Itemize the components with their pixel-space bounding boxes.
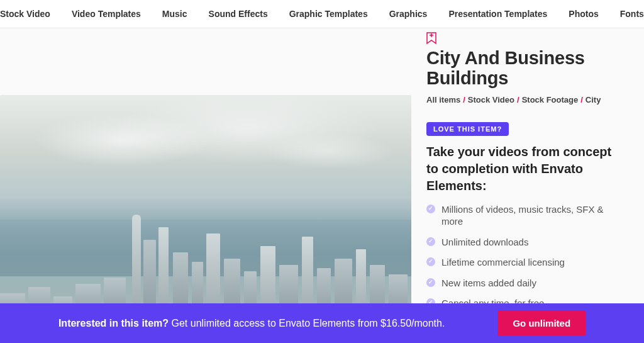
nav-presentation-templates[interactable]: Presentation Templates [448,9,547,19]
benefit-text: Millions of videos, music tracks, SFX & … [441,203,626,228]
check-icon [426,257,435,266]
breadcrumb-all-items[interactable]: All items [426,95,460,104]
breadcrumb-stock-footage[interactable]: Stock Footage [522,95,579,104]
top-nav: Stock Video Video Templates Music Sound … [0,0,644,28]
go-unlimited-button[interactable]: Go unlimited [497,310,586,336]
benefit-item: Millions of videos, music tracks, SFX & … [426,203,626,228]
nav-photos[interactable]: Photos [569,9,598,19]
benefit-item: Lifetime commercial licensing [426,256,626,269]
breadcrumb-city[interactable]: City [586,95,601,104]
bookmark-icon[interactable] [426,32,436,45]
benefit-text: New items added daily [441,277,536,290]
nav-graphic-templates[interactable]: Graphic Templates [289,9,368,19]
preview-image[interactable] [0,95,411,322]
benefit-text: Unlimited downloads [441,236,528,249]
benefit-text: Lifetime commercial licensing [441,256,565,269]
banner-text: Interested in this item? Get unlimited a… [58,318,445,329]
love-this-item-badge: LOVE THIS ITEM? [426,122,509,136]
item-title: City And Business Buildings [426,48,626,89]
nav-music[interactable]: Music [162,9,187,19]
nav-sound-effects[interactable]: Sound Effects [209,9,268,19]
benefit-item: New items added daily [426,277,626,290]
benefit-item: Unlimited downloads [426,236,626,249]
check-icon [426,237,435,246]
detail-column: City And Business Buildings All items/St… [411,28,644,343]
nav-stock-video[interactable]: Stock Video [0,9,50,19]
promo-subheading: Take your videos from concept to complet… [426,143,626,194]
breadcrumb: All items/Stock Video/Stock Footage/City [426,95,626,104]
benefits-list: Millions of videos, music tracks, SFX & … [426,203,626,310]
promo-banner: Interested in this item? Get unlimited a… [0,303,644,343]
nav-fonts[interactable]: Fonts [620,9,644,19]
nav-graphics[interactable]: Graphics [389,9,428,19]
breadcrumb-stock-video[interactable]: Stock Video [468,95,514,104]
preview-column [0,28,411,343]
check-icon [426,205,435,213]
check-icon [426,278,435,287]
nav-video-templates[interactable]: Video Templates [72,9,141,19]
main-content: City And Business Buildings All items/St… [0,28,644,343]
